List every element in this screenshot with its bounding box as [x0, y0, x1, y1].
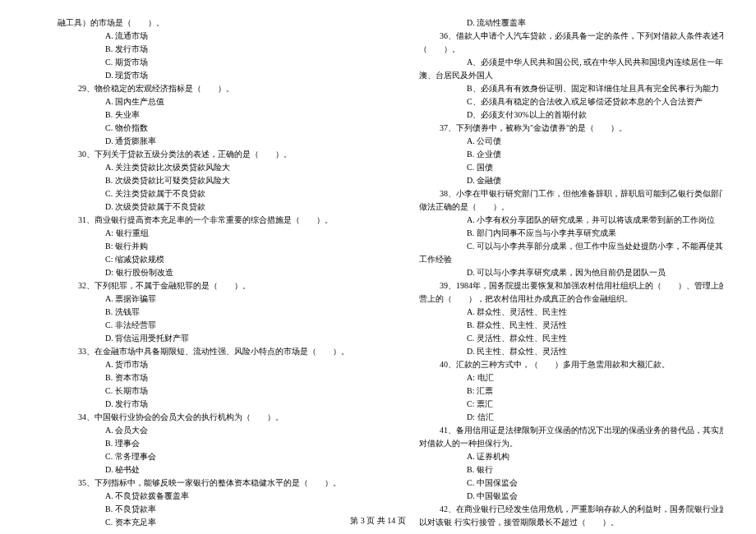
text-line: A. 货币市场 [33, 358, 362, 371]
text-line: 融工具）的市场是（ ）。 [33, 16, 362, 30]
text-line: A. 流通市场 [33, 30, 362, 43]
text-line: A、必须是中华人民共和国公民, 或在中华人民共和国境内连续居住一年以上(含一年)… [394, 56, 723, 69]
text-line: D. 秘书处 [33, 463, 362, 476]
text-line: C: 票汇 [394, 398, 723, 411]
text-line: C. 灵活性、群众性、民主性 [394, 332, 723, 345]
text-line: D. 流动性覆盖率 [394, 16, 723, 30]
text-line: A. 证券机构 [394, 450, 723, 463]
text-line: C. 物价指数 [33, 122, 362, 135]
text-line: D. 次级类贷款属于不良贷款 [33, 200, 362, 214]
text-line: B. 理事会 [33, 437, 362, 450]
text-line: C: 缩减贷款规模 [33, 253, 362, 266]
text-line: 营上的（ ），把农村信用社办成真正的合作金融组织。 [394, 292, 723, 306]
text-line: C、必须具有稳定的合法收入或足够偿还贷款本息的个人合法资产 [394, 95, 723, 108]
text-line: B. 资本市场 [33, 371, 362, 384]
text-line: C. 非法经营罪 [33, 319, 362, 332]
text-line: C. 可以与小李共享部分成果，但工作中应当处处提防小李，不能再使其利用团队资源增… [394, 240, 723, 253]
text-line: A. 群众性、灵活性、民主性 [394, 306, 723, 319]
text-line: A: 银行重组 [33, 227, 362, 240]
text-line: 40、汇款的三种方式中，（ ）多用于急需用款和大额汇款。 [394, 358, 723, 371]
text-line: C. 长期市场 [33, 384, 362, 398]
text-line: 做法正确的是（ ）。 [394, 200, 723, 214]
text-line: 31、商业银行提高资本充足率的一个非常重要的综合措施是（ ）。 [33, 214, 362, 227]
text-line: A: 电汇 [394, 371, 723, 384]
text-line: D、必须支付30%以上的首期付款 [394, 108, 723, 122]
text-line: 41、备用信用证是法律限制开立保函的情况下出现的保函业务的替代品，其实质也是（ … [394, 424, 723, 437]
text-line: 35、下列指标中，能够反映一家银行的整体资本稳健水平的是（ ）。 [33, 476, 362, 490]
text-line: 对借款人的一种担保行为。 [394, 437, 723, 450]
text-line: C. 国债 [394, 161, 723, 174]
text-line: D. 通货膨胀率 [33, 135, 362, 148]
right-column: D. 流动性覆盖率36、借款人申请个人汽车贷款，必须具备一定的条件，下列对借款人… [394, 16, 723, 529]
page-content: 融工具）的市场是（ ）。A. 流通市场B. 发行市场C. 期货市场D. 现货市场… [0, 0, 756, 534]
text-line: B. 群众性、民主性、灵活性 [394, 319, 723, 332]
text-line: C. 期货市场 [33, 56, 362, 69]
text-line: B: 银行并购 [33, 240, 362, 253]
text-line: B. 失业率 [33, 108, 362, 122]
text-line: D: 信汇 [394, 411, 723, 424]
text-line: 30、下列关于贷款五级分类法的表述，正确的是（ ）。 [33, 148, 362, 161]
text-line: C. 关注类贷款属于不良贷款 [33, 187, 362, 200]
text-line: A. 公司债 [394, 135, 723, 148]
text-line: B. 银行 [394, 463, 723, 476]
text-line: 39、1984年，国务院提出要恢复和加强农村信用社组织上的（ ）、管理上的（ ）… [394, 279, 723, 292]
text-line: B: 汇票 [394, 384, 723, 398]
text-line: 33、在金融市场中具备期限短、流动性强、风险小特点的市场是（ ）。 [33, 345, 362, 358]
text-line: 29、物价稳定的宏观经济指标是（ ）。 [33, 82, 362, 95]
text-line: D. 中国银监会 [394, 490, 723, 503]
text-line: A. 小李有权分享团队的研究成果，并可以将该成果带到新的工作岗位 [394, 214, 723, 227]
text-line: A. 关注类贷款比次级类贷款风险大 [33, 161, 362, 174]
text-line: D. 背信运用受托财产罪 [33, 332, 362, 345]
text-line: B、必须具有有效身份证明、固定和详细住址且具有完全民事行为能力 [394, 82, 723, 95]
text-line: D. 民主性、群众性、灵活性 [394, 345, 723, 358]
text-line: D. 金融债 [394, 174, 723, 187]
text-line: B. 次级类贷款比可疑类贷款风险大 [33, 174, 362, 187]
text-line: （ ）。 [394, 43, 723, 56]
text-line: D. 现货市场 [33, 69, 362, 82]
text-line: A. 国内生产总值 [33, 95, 362, 108]
text-line: B. 发行市场 [33, 43, 362, 56]
text-line: 36、借款人申请个人汽车贷款，必须具备一定的条件，下列对借款人条件表述不当的是 [394, 30, 723, 43]
text-line: D. 发行市场 [33, 398, 362, 411]
text-line: A. 票据诈骗罪 [33, 292, 362, 306]
page-footer: 第 3 页 共 14 页 [0, 514, 756, 527]
text-line: 工作经验 [394, 253, 723, 266]
text-line: B. 部门内同事不应当与小李共享研究成果 [394, 227, 723, 240]
text-line: 37、下列债券中，被称为"金边债券"的是（ ）。 [394, 122, 723, 135]
text-line: B. 企业债 [394, 148, 723, 161]
text-line: D. 可以与小李共享研究成果，因为他目前仍是团队一员 [394, 266, 723, 279]
text-line: 38、小李在甲银行研究部门工作，但他准备辞职，辞职后可能到乙银行类似部门工作，则… [394, 187, 723, 200]
text-line: B. 洗钱罪 [33, 306, 362, 319]
text-line: A. 会员大会 [33, 424, 362, 437]
text-line: 32、下列犯罪，不属于金融犯罪的是（ ）。 [33, 279, 362, 292]
text-line: 澳、台居民及外国人 [394, 69, 723, 82]
text-line: C. 中国保监会 [394, 476, 723, 490]
text-line: C. 常务理事会 [33, 450, 362, 463]
text-line: A. 不良贷款拨备覆盖率 [33, 490, 362, 503]
text-line: D: 银行股份制改造 [33, 266, 362, 279]
text-line: 34、中国银行业协会的会员大会的执行机构为（ ）。 [33, 411, 362, 424]
left-column: 融工具）的市场是（ ）。A. 流通市场B. 发行市场C. 期货市场D. 现货市场… [33, 16, 362, 529]
